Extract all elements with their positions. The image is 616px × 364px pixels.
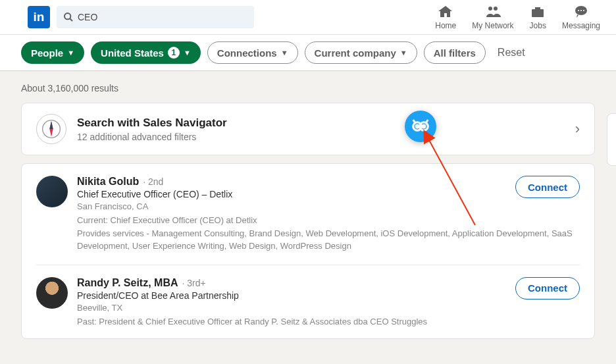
extension-button[interactable] — [405, 111, 436, 142]
person-current: Current: Chief Executive Officer (CEO) a… — [77, 215, 580, 225]
chevron-down-icon: ▼ — [67, 49, 74, 57]
nav-network[interactable]: My Network — [472, 4, 513, 30]
filter-count-badge: 1 — [168, 47, 180, 59]
nav-jobs[interactable]: Jobs — [530, 4, 546, 30]
filter-bar: People▼ United States 1 ▼ Connections▼ C… — [0, 34, 616, 71]
avatar[interactable] — [36, 176, 68, 207]
person-info: Nikita Golub · 2nd Chief Executive Offic… — [77, 176, 580, 253]
top-bar: in CEO Home My Network Jobs Messaging — [0, 0, 616, 34]
person-name[interactable]: Randy P. Seitz, MBA — [77, 277, 178, 289]
svg-point-12 — [416, 125, 419, 128]
filter-company[interactable]: Current company▼ — [305, 41, 417, 64]
pill-label: Current company — [315, 47, 396, 59]
svg-line-1 — [70, 18, 72, 21]
sales-nav-text: Search with Sales Navigator 12 additiona… — [77, 117, 227, 142]
nav-home[interactable]: Home — [435, 4, 456, 30]
chevron-down-icon: ▼ — [281, 49, 288, 57]
content-area: About 3,160,000 results Search with Sale… — [0, 71, 616, 359]
search-input[interactable]: CEO — [57, 6, 254, 28]
owl-icon — [411, 117, 430, 136]
person-location: San Francisco, CA — [77, 201, 580, 211]
filter-people[interactable]: People▼ — [21, 41, 84, 64]
sales-nav-sub: 12 additional advanced filters — [77, 132, 227, 142]
svg-point-3 — [494, 7, 498, 11]
nav-label: Home — [435, 21, 456, 30]
person-result: Randy P. Seitz, MBA · 3rd+ President/CEO… — [36, 265, 580, 338]
chat-icon — [573, 4, 589, 20]
svg-rect-4 — [532, 9, 544, 17]
filter-all[interactable]: All filters — [424, 41, 486, 64]
linkedin-logo[interactable]: in — [28, 6, 50, 28]
primary-nav: Home My Network Jobs Messaging — [435, 4, 600, 30]
chevron-down-icon: ▼ — [400, 49, 407, 57]
search-query-text: CEO — [78, 12, 97, 22]
filter-connections[interactable]: Connections▼ — [207, 41, 298, 64]
side-panel-peek — [607, 113, 616, 166]
person-name[interactable]: Nikita Golub — [77, 176, 139, 188]
svg-point-2 — [488, 7, 492, 11]
sales-nav-title: Search with Sales Navigator — [77, 117, 227, 130]
sales-navigator-card[interactable]: Search with Sales Navigator 12 additiona… — [21, 103, 595, 155]
person-info: Randy P. Seitz, MBA · 3rd+ President/CEO… — [77, 277, 580, 326]
nav-messaging[interactable]: Messaging — [562, 4, 600, 30]
pill-label: All filters — [434, 47, 476, 59]
svg-point-6 — [578, 10, 579, 11]
pill-label: United States — [101, 47, 164, 59]
svg-point-13 — [423, 125, 425, 128]
filter-location[interactable]: United States 1 ▼ — [91, 41, 201, 64]
nav-label: My Network — [472, 21, 513, 30]
person-services: Provides services - Management Consultin… — [77, 228, 580, 253]
person-result: Nikita Golub · 2nd Chief Executive Offic… — [22, 164, 594, 265]
avatar[interactable] — [36, 277, 68, 309]
person-headline: President/CEO at Bee Area Partnership — [77, 290, 580, 301]
chevron-down-icon: ▼ — [184, 49, 191, 57]
person-current: Past: President & Chief Executive Office… — [77, 317, 580, 326]
person-headline: Chief Executive Officer (CEO) – Detlix — [77, 189, 580, 199]
connection-degree: · 2nd — [143, 176, 163, 187]
reset-button[interactable]: Reset — [498, 47, 525, 59]
connection-degree: · 3rd+ — [182, 278, 206, 288]
svg-point-8 — [583, 10, 584, 11]
svg-point-7 — [580, 10, 582, 11]
nav-label: Messaging — [562, 21, 600, 30]
people-results-card: Nikita Golub · 2nd Chief Executive Offic… — [21, 163, 595, 339]
nav-label: Jobs — [530, 21, 546, 30]
pill-label: Connections — [217, 47, 277, 59]
home-icon — [438, 4, 453, 20]
svg-point-0 — [64, 13, 70, 19]
connect-button[interactable]: Connect — [515, 176, 580, 198]
result-count: About 3,160,000 results — [21, 83, 595, 93]
compass-icon — [36, 114, 66, 144]
chevron-right-icon: › — [575, 120, 580, 138]
person-location: Beeville, TX — [77, 303, 580, 313]
briefcase-icon — [530, 4, 546, 20]
people-icon — [485, 4, 501, 20]
search-icon — [63, 12, 74, 22]
connect-button[interactable]: Connect — [515, 277, 580, 299]
pill-label: People — [31, 47, 63, 59]
